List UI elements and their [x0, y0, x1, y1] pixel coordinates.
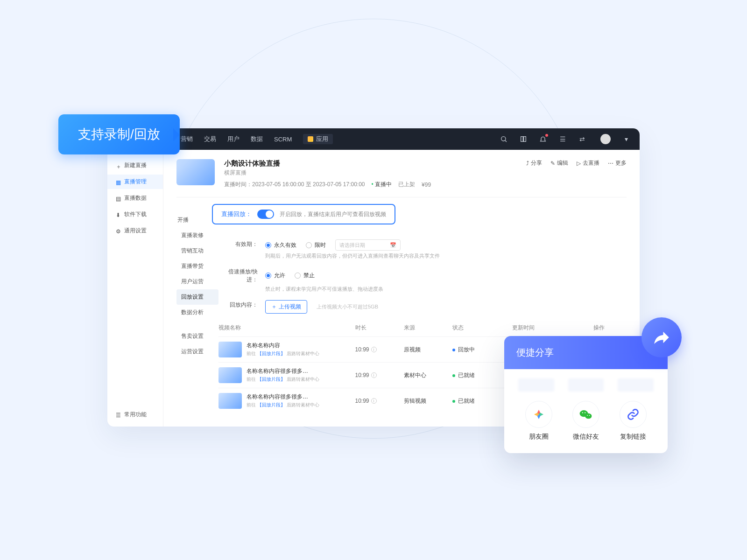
video-status: 已就绪 [452, 397, 507, 405]
video-thumb [218, 342, 242, 357]
search-icon[interactable] [500, 135, 508, 143]
info-icon[interactable]: i [371, 398, 377, 404]
plus-icon: ＋ [116, 163, 121, 168]
svg-point-7 [589, 415, 590, 416]
video-status: 已就绪 [452, 371, 507, 379]
video-meta: 前往 【回放片段】 后路转素材中心 [247, 350, 319, 357]
wechat-icon [572, 401, 599, 428]
video-duration: 10:99 i [355, 346, 399, 353]
subnav-item[interactable]: 运营设置 [176, 344, 218, 359]
share-button[interactable]: ⤴分享 [526, 159, 542, 167]
segment-link[interactable]: 【回放片段】 [257, 377, 285, 382]
goto-live-button[interactable]: ▷去直播 [577, 159, 599, 167]
speed-radio-allow[interactable]: 允许 [265, 272, 285, 280]
book-icon[interactable] [519, 135, 528, 143]
sidebar-footer[interactable]: ☰常用功能 [107, 407, 163, 422]
grid-icon: ▦ [116, 179, 121, 185]
feature-badge: 支持录制/回放 [58, 114, 180, 154]
nav-app-button[interactable]: 应用 [303, 134, 333, 144]
video-title[interactable]: 名称名称内容很多很多多… [247, 367, 312, 375]
calendar-icon: 📅 [390, 242, 396, 248]
nav-item[interactable]: 交易 [204, 135, 216, 143]
moments-icon [525, 401, 552, 428]
replay-toggle-switch[interactable] [257, 210, 274, 219]
share-copy-link[interactable]: 复制链接 [620, 401, 647, 441]
share-card: 便捷分享 朋友圈 微信好友 复制链接 [504, 336, 668, 453]
video-thumb [218, 393, 242, 409]
replay-toggle-label: 直播回放： [221, 210, 252, 218]
validity-label: 有效期： [218, 239, 258, 251]
subnav-item[interactable]: 营销互动 [176, 243, 218, 259]
sidebar-item-new[interactable]: ＋新建直播 [107, 158, 163, 173]
video-source: 原视频 [404, 346, 448, 354]
swap-icon[interactable]: ⇄ [578, 135, 586, 143]
validity-radio-limited[interactable]: 限时 [306, 241, 326, 249]
menu-icon[interactable]: ☰ [558, 135, 567, 143]
sidebar-item-data[interactable]: ▤直播数据 [107, 191, 163, 205]
subnav-item-active[interactable]: 回放设置 [176, 289, 218, 305]
date-input[interactable]: 请选择日期📅 [335, 239, 401, 251]
chevron-down-icon[interactable]: ▾ [622, 135, 630, 143]
share-moments[interactable]: 朋友圈 [525, 401, 552, 441]
time-label: 直播时间：2023-07-05 16:00:00 至 2023-07-05 17… [224, 181, 365, 189]
video-title[interactable]: 名称名称内容 [247, 342, 312, 350]
svg-point-3 [585, 413, 592, 419]
validity-radio-forever[interactable]: 永久有效 [265, 241, 296, 249]
speed-radio-forbid[interactable]: 禁止 [295, 272, 315, 280]
more-button[interactable]: ⋯更多 [608, 159, 627, 167]
shelf-status: 已上架 [398, 181, 415, 189]
validity-help: 到期后，用户无法观看回放内容，但仍可进入直播间查看聊天内容及共享文件 [265, 252, 627, 259]
play-icon: ▷ [577, 160, 581, 167]
subnav-item[interactable]: 直播装修 [176, 228, 218, 243]
upload-video-button[interactable]: ＋ 上传视频 [265, 300, 307, 314]
nav-item[interactable]: SCRM [274, 136, 292, 143]
upload-hint: 上传视频大小不可超过5GB [317, 303, 378, 310]
video-title[interactable]: 名称名称内容很多很多多… [247, 393, 312, 401]
avatar[interactable] [600, 134, 611, 144]
bell-icon[interactable] [539, 135, 547, 143]
segment-link[interactable]: 【回放片段】 [257, 351, 285, 356]
video-source: 素材中心 [404, 371, 448, 379]
nav-item[interactable]: 数据 [251, 135, 263, 143]
subnav-item[interactable]: 售卖设置 [176, 329, 218, 344]
subnav-item[interactable]: 用户运营 [176, 274, 218, 289]
sidebar-item-download[interactable]: ⬇软件下载 [107, 207, 163, 222]
share-preview-placeholder [518, 378, 654, 392]
replay-toggle-desc: 开启回放，直播结束后用户可查看回放视频 [280, 210, 386, 218]
col-src: 来源 [404, 324, 448, 332]
sidebar: ＋新建直播 ▦直播管理 ▤直播数据 ⬇软件下载 ⚙通用设置 ☰常用功能 [107, 150, 163, 427]
app-stack-icon [308, 136, 313, 142]
replay-toggle-callout: 直播回放： 开启回放，直播结束后用户可查看回放视频 [212, 204, 395, 224]
col-updated: 更新时间 [512, 324, 589, 332]
link-icon [620, 401, 647, 428]
share-moments-label: 朋友圈 [525, 433, 552, 441]
video-source: 剪辑视频 [404, 397, 448, 405]
svg-point-0 [501, 137, 506, 141]
info-icon[interactable]: i [371, 372, 377, 378]
svg-point-5 [585, 412, 585, 413]
info-icon[interactable]: i [371, 347, 377, 352]
share-wechat-label: 微信好友 [572, 433, 599, 441]
sidebar-item-settings[interactable]: ⚙通用设置 [107, 224, 163, 238]
svg-point-6 [587, 415, 588, 416]
subnav-item[interactable]: 数据分析 [176, 305, 218, 320]
share-bubble-icon [641, 317, 682, 357]
live-status: • 直播中 [372, 181, 392, 189]
svg-point-4 [582, 412, 583, 413]
sidebar-item-manage[interactable]: ▦直播管理 [107, 175, 163, 189]
share-icon: ⤴ [526, 160, 529, 167]
share-wechat[interactable]: 微信好友 [572, 401, 599, 441]
stream-thumbnail [176, 159, 215, 185]
col-status: 状态 [452, 324, 507, 332]
video-duration: 10:99 i [355, 398, 399, 404]
edit-button[interactable]: ✎编辑 [550, 159, 568, 167]
share-link-label: 复制链接 [620, 433, 647, 441]
download-icon: ⬇ [116, 212, 121, 217]
video-duration: 10:99 i [355, 372, 399, 378]
segment-link[interactable]: 【回放片段】 [257, 402, 285, 407]
subnav-item[interactable]: 直播带货 [176, 259, 218, 274]
col-name: 视频名称 [218, 324, 351, 332]
nav-item[interactable]: 用户 [227, 135, 240, 143]
videos-label: 回放内容： [218, 300, 258, 314]
video-meta: 前往 【回放片段】 后路转素材中心 [247, 402, 319, 408]
